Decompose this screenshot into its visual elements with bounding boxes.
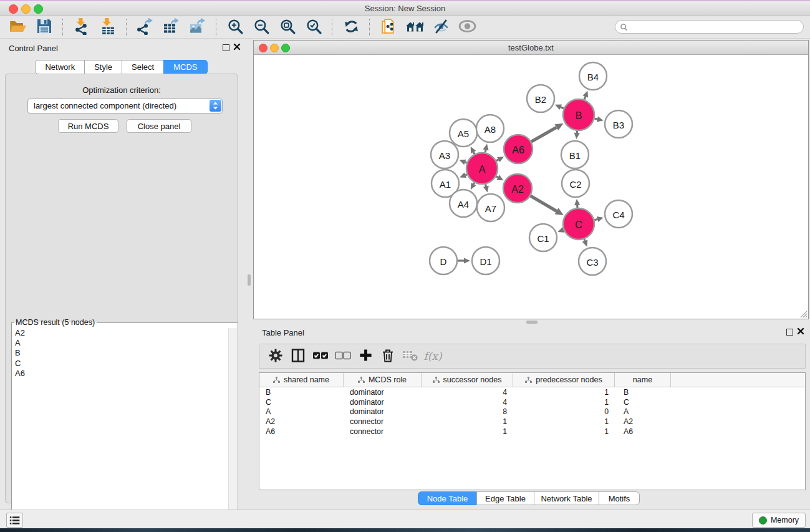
cell-successor-nodes[interactable]: 8 (422, 407, 513, 416)
save-session-button[interactable] (34, 17, 55, 37)
cell-MCDS-role[interactable]: dominator (344, 388, 422, 397)
cell-predecessor-nodes[interactable]: 0 (513, 407, 615, 416)
edge-C-C4[interactable] (594, 219, 597, 220)
close-table-panel-button[interactable] (796, 327, 805, 336)
refresh-button[interactable] (340, 17, 362, 37)
deselect-all-columns-button[interactable] (334, 347, 352, 365)
cell-predecessor-nodes[interactable]: 1 (513, 388, 615, 397)
float-panel-button[interactable] (223, 44, 229, 51)
task-history-button[interactable] (6, 513, 23, 528)
vertical-split-handle[interactable] (248, 274, 251, 286)
import-network-button[interactable] (71, 17, 92, 37)
tab-network[interactable]: Network (35, 60, 85, 74)
edge-A-A1[interactable] (465, 175, 466, 175)
resize-grip[interactable] (799, 309, 808, 318)
edge-B-B4[interactable] (584, 97, 586, 100)
cell-MCDS-role[interactable]: connector (344, 427, 422, 436)
table-row[interactable]: A2connector11A2 (259, 417, 805, 427)
tab-mcds[interactable]: MCDS (163, 60, 207, 74)
hide-graphics-details-button[interactable] (430, 17, 451, 37)
close-panel-button[interactable]: Close panel (127, 119, 191, 133)
edge-A-A4[interactable] (474, 183, 475, 184)
cell-shared-name[interactable]: C (259, 398, 344, 407)
cell-name[interactable]: A6 (615, 427, 671, 436)
cell-successor-nodes[interactable]: 1 (422, 417, 513, 426)
tab-edge-table[interactable]: Edge Table (476, 491, 534, 505)
column-header-predecessor-nodes[interactable]: predecessor nodes (513, 373, 615, 387)
tab-style[interactable]: Style (84, 60, 122, 74)
edge-A-A5[interactable] (473, 152, 475, 154)
edge-A2-C[interactable] (531, 196, 557, 211)
result-item[interactable]: A6 (15, 369, 228, 379)
result-item[interactable]: A2 (15, 328, 228, 338)
column-header-successor-nodes[interactable]: successor nodes (422, 373, 513, 387)
close-panel-icon-button[interactable] (233, 43, 241, 52)
cell-predecessor-nodes[interactable]: 1 (513, 398, 615, 407)
first-neighbors-button[interactable] (404, 17, 425, 37)
cell-successor-nodes[interactable]: 4 (422, 398, 513, 407)
cell-shared-name[interactable]: A6 (259, 427, 344, 436)
table-settings-button[interactable] (266, 347, 285, 365)
search-field[interactable] (615, 20, 804, 34)
column-header-name[interactable]: name (615, 373, 671, 387)
edge-A-A6[interactable] (496, 160, 498, 161)
import-table-button[interactable] (97, 17, 118, 37)
edge-B-B3[interactable] (594, 118, 597, 119)
zoom-selected-button[interactable] (303, 17, 324, 37)
table-row[interactable]: Bdominator41B (259, 387, 805, 397)
column-header-MCDS-role[interactable]: MCDS role (344, 373, 422, 387)
cell-successor-nodes[interactable]: 4 (422, 388, 513, 397)
tab-network-table[interactable]: Network Table (534, 491, 599, 505)
result-item[interactable]: B (15, 348, 228, 358)
edge-C-C3[interactable] (584, 239, 585, 241)
edge-A-A8[interactable] (485, 150, 486, 152)
zoom-fit-button[interactable] (277, 17, 298, 37)
edge-A-A3[interactable] (465, 162, 467, 163)
network-graph[interactable]: AA1A2A3A4A5A6A7A8BB1B2B3B4CC1C2C3C4DD1 (254, 55, 808, 319)
table-row[interactable]: A6connector11A6 (259, 427, 805, 437)
search-input[interactable] (631, 22, 789, 32)
create-column-button[interactable] (356, 347, 375, 365)
edge-A6-B[interactable] (531, 127, 556, 142)
cell-MCDS-role[interactable]: dominator (344, 398, 422, 407)
cell-shared-name[interactable]: A2 (259, 417, 344, 426)
result-item[interactable]: C (15, 359, 228, 369)
export-network-button[interactable] (135, 17, 156, 37)
cell-shared-name[interactable]: A (259, 407, 344, 416)
cell-predecessor-nodes[interactable]: 1 (513, 417, 615, 426)
cell-MCDS-role[interactable]: dominator (344, 407, 422, 416)
delete-columns-button[interactable] (378, 347, 397, 365)
zoom-in-button[interactable] (224, 17, 246, 37)
cell-name[interactable]: C (615, 398, 671, 407)
table-row[interactable]: Cdominator41C (259, 397, 805, 407)
tab-motifs[interactable]: Motifs (599, 491, 640, 505)
edge-A-A2[interactable] (496, 177, 498, 178)
criterion-dropdown[interactable]: largest connected component (directed) (27, 99, 223, 114)
network-from-file-button[interactable] (378, 17, 399, 37)
cell-successor-nodes[interactable]: 1 (422, 427, 513, 436)
tab-node-table[interactable]: Node Table (418, 491, 477, 505)
cell-predecessor-nodes[interactable]: 1 (513, 427, 615, 436)
cell-shared-name[interactable]: B (259, 388, 344, 397)
edge-B-B2[interactable] (561, 107, 564, 109)
select-all-columns-button[interactable] (311, 347, 330, 365)
mcds-result-list[interactable]: A2ABCA6 (13, 328, 228, 530)
cell-name[interactable]: A (615, 407, 671, 416)
tab-select[interactable]: Select (122, 60, 164, 74)
column-header-shared-name[interactable]: shared name (259, 373, 344, 387)
export-image-button[interactable] (187, 17, 208, 37)
zoom-out-button[interactable] (251, 17, 272, 37)
result-scrollbar[interactable] (228, 328, 237, 531)
edge-A-A7[interactable] (486, 184, 486, 186)
run-mcds-button[interactable]: Run MCDS (58, 119, 118, 133)
column-layout-button[interactable] (289, 347, 307, 365)
cell-name[interactable]: B (615, 388, 671, 397)
cell-MCDS-role[interactable]: connector (344, 417, 422, 426)
result-item[interactable]: A (15, 338, 228, 348)
export-table-button[interactable] (161, 17, 182, 37)
open-file-button[interactable] (7, 17, 29, 37)
table-row[interactable]: Adominator80A (259, 407, 805, 417)
float-table-panel-button[interactable] (786, 329, 793, 336)
cell-name[interactable]: A2 (615, 417, 671, 426)
memory-button[interactable]: Memory (752, 513, 806, 528)
